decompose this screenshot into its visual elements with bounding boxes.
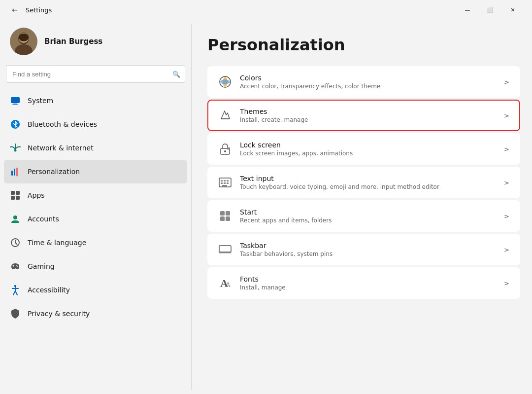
svg-point-34 (224, 150, 226, 152)
fonts-text: Fonts Install, manage (240, 275, 496, 291)
main-layout: Brian Burgess 🔍 System (0, 20, 532, 394)
content-area: Personalization Colors Accent color, tra… (192, 20, 532, 394)
svg-point-9 (14, 149, 17, 152)
privacy-icon (10, 308, 21, 319)
sidebar-item-accounts[interactable]: Accounts (4, 207, 187, 231)
svg-rect-15 (16, 191, 20, 195)
themes-text: Themes Install, create, manage (240, 107, 496, 123)
lock-screen-desc: Lock screen images, apps, animations (240, 150, 496, 157)
svg-rect-11 (14, 169, 15, 176)
svg-rect-42 (227, 182, 229, 184)
svg-rect-5 (11, 97, 20, 103)
start-desc: Recent apps and items, folders (240, 217, 496, 224)
setting-start[interactable]: Start Recent apps and items, folders > (207, 200, 520, 232)
svg-rect-39 (227, 180, 229, 181)
svg-rect-46 (220, 216, 225, 221)
sidebar-label-time: Time & language (28, 239, 86, 247)
setting-lock-screen[interactable]: Lock screen Lock screen images, apps, an… (207, 133, 520, 165)
sidebar-label-apps: Apps (28, 191, 45, 199)
sidebar-label-gaming: Gaming (28, 262, 55, 270)
setting-fonts[interactable]: A A Fonts Install, manage > (207, 267, 520, 299)
sidebar-item-privacy[interactable]: Privacy & security (4, 302, 187, 325)
svg-rect-44 (220, 211, 225, 215)
sidebar-item-personalization[interactable]: Personalization (4, 160, 187, 183)
svg-rect-16 (11, 196, 15, 200)
svg-rect-49 (219, 251, 231, 253)
svg-rect-41 (224, 182, 226, 184)
svg-rect-38 (224, 180, 226, 181)
sidebar-item-accessibility[interactable]: Accessibility (4, 278, 187, 302)
colors-name: Colors (240, 74, 496, 82)
setting-themes[interactable]: Themes Install, create, manage > (207, 100, 520, 131)
svg-rect-45 (226, 211, 230, 215)
svg-text:A: A (226, 281, 231, 288)
start-text: Start Recent apps and items, folders (240, 208, 496, 224)
sidebar-label-system: System (28, 97, 53, 105)
colors-text: Colors Accent color, transparency effect… (240, 74, 496, 90)
taskbar-chevron: > (504, 246, 509, 253)
lock-screen-name: Lock screen (240, 141, 496, 149)
sidebar-label-accessibility: Accessibility (28, 286, 70, 294)
accounts-icon (10, 214, 21, 224)
colors-chevron: > (504, 78, 509, 86)
nav-list: System Bluetooth & devices (0, 89, 191, 390)
themes-icon (218, 108, 232, 122)
accessibility-icon (10, 285, 21, 295)
svg-rect-6 (13, 104, 17, 105)
minimize-button[interactable]: — (456, 2, 479, 18)
text-input-text: Text input Touch keyboard, voice typing,… (240, 175, 496, 190)
fonts-name: Fonts (240, 275, 496, 283)
sidebar-item-time[interactable]: Time & language (4, 231, 187, 254)
themes-name: Themes (240, 107, 496, 115)
settings-window: ← Settings — ⬜ ✕ Brian B (0, 0, 532, 394)
svg-rect-37 (221, 180, 223, 181)
svg-rect-40 (221, 182, 223, 184)
start-name: Start (240, 208, 496, 216)
sidebar-label-network: Network & internet (28, 144, 94, 152)
sidebar-item-network[interactable]: Network & internet (4, 136, 187, 160)
svg-point-18 (13, 215, 17, 219)
system-icon (10, 95, 21, 106)
sidebar-item-system[interactable]: System (4, 89, 187, 112)
gaming-icon (10, 261, 21, 272)
close-button[interactable]: ✕ (501, 2, 524, 18)
sidebar-item-gaming[interactable]: Gaming (4, 254, 187, 278)
text-input-icon (218, 176, 232, 189)
search-input[interactable] (6, 65, 185, 83)
setting-taskbar[interactable]: Taskbar Taskbar behaviors, system pins > (207, 234, 520, 265)
lock-screen-icon (218, 142, 232, 156)
fonts-desc: Install, manage (240, 284, 496, 291)
window-controls: — ⬜ ✕ (456, 2, 524, 18)
sidebar-item-bluetooth[interactable]: Bluetooth & devices (4, 112, 187, 136)
svg-rect-47 (226, 216, 230, 221)
svg-rect-7 (12, 105, 18, 105)
svg-rect-10 (11, 171, 13, 176)
sidebar-label-privacy: Privacy & security (28, 310, 90, 318)
time-icon (10, 237, 21, 248)
taskbar-desc: Taskbar behaviors, system pins (240, 251, 496, 257)
text-input-name: Text input (240, 175, 496, 182)
taskbar-text: Taskbar Taskbar behaviors, system pins (240, 242, 496, 257)
themes-desc: Install, create, manage (240, 116, 496, 123)
svg-line-29 (13, 291, 15, 295)
sidebar: Brian Burgess 🔍 System (0, 20, 191, 394)
lock-screen-chevron: > (504, 145, 509, 153)
setting-colors[interactable]: Colors Accent color, transparency effect… (207, 66, 520, 98)
user-profile: Brian Burgess (0, 20, 191, 65)
bluetooth-icon (10, 119, 21, 130)
user-name: Brian Burgess (44, 37, 102, 46)
lock-screen-text: Lock screen Lock screen images, apps, an… (240, 141, 496, 157)
maximize-button[interactable]: ⬜ (479, 2, 501, 18)
page-title: Personalization (207, 36, 520, 54)
sidebar-item-apps[interactable]: Apps (4, 183, 187, 207)
taskbar-name: Taskbar (240, 242, 496, 250)
avatar (10, 28, 37, 55)
settings-list: Colors Accent color, transparency effect… (207, 66, 520, 299)
back-button[interactable]: ← (8, 3, 22, 17)
setting-text-input[interactable]: Text input Touch keyboard, voice typing,… (207, 167, 520, 198)
fonts-icon: A A (218, 276, 232, 290)
network-icon (10, 143, 21, 153)
svg-point-24 (16, 265, 17, 266)
svg-rect-17 (16, 196, 20, 200)
svg-rect-35 (227, 147, 230, 150)
